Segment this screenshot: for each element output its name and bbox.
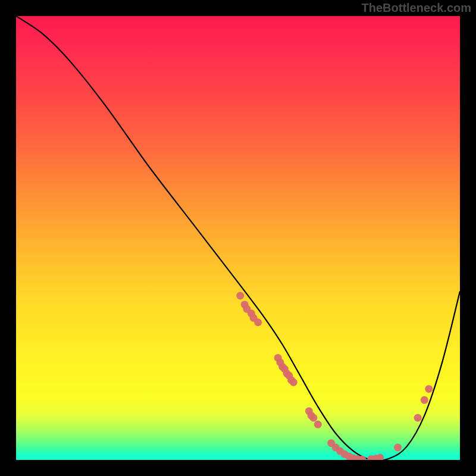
data-point [394,444,402,452]
data-point [290,378,298,386]
data-point [309,414,317,422]
data-point [314,421,322,428]
watermark-text: TheBottleneck.com [362,1,471,15]
curve-line [16,16,460,460]
data-point [421,396,428,404]
data-point [376,454,384,460]
chart-svg [16,16,460,460]
plot-area [16,16,460,460]
data-points [236,292,433,460]
data-point [236,292,244,299]
data-point [425,385,433,393]
data-point [414,414,422,422]
data-point [254,318,262,326]
